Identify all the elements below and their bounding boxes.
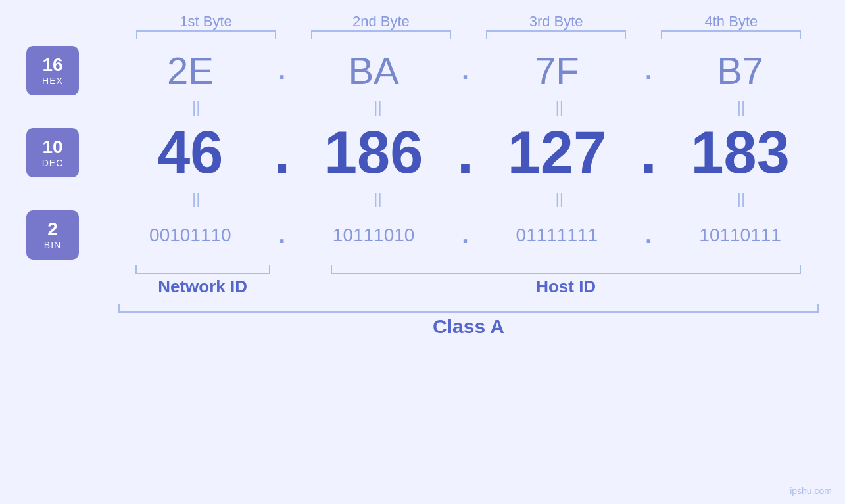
byte-header-2: 2nd Byte <box>293 13 468 30</box>
hex-byte-1: 2E <box>112 49 269 93</box>
bracket-line-1 <box>136 30 276 39</box>
bin-byte-1: 00101110 <box>112 225 269 246</box>
top-bracket-3 <box>469 30 644 39</box>
bracket-line-2 <box>311 30 451 39</box>
class-a-label: Class A <box>433 315 504 337</box>
bin-row: 2 BIN 00101110 . 10111010 . 01111111 . 1… <box>26 210 819 260</box>
eq1-dot2 <box>456 98 482 116</box>
eq1-b2: || <box>300 98 455 116</box>
bin-badge-num: 2 <box>47 219 58 240</box>
dec-badge: 10 DEC <box>26 128 79 177</box>
bottom-label-row: Network ID Host ID <box>26 277 819 297</box>
network-id-label: Network ID <box>118 277 287 297</box>
bin-values: 00101110 . 10111010 . 01111111 . 1011011… <box>112 221 819 249</box>
byte-header-3: 3rd Byte <box>469 13 644 30</box>
net-bracket-line <box>135 265 270 274</box>
hex-byte-4: B7 <box>662 49 819 93</box>
eq1-b4: || <box>664 98 819 116</box>
dec-badge-num: 10 <box>42 137 62 158</box>
dec-dot-3: . <box>635 119 662 187</box>
hex-label-col: 16 HEX <box>26 46 112 95</box>
dec-byte-2: 186 <box>295 119 452 187</box>
eq2-b3: || <box>482 189 637 208</box>
bin-byte-2: 10111010 <box>295 225 452 246</box>
hex-badge-sub: HEX <box>42 76 63 86</box>
hex-row: 16 HEX 2E . BA . 7F . B7 <box>26 46 819 95</box>
byte-headers-row: 1st Byte 2nd Byte 3rd Byte 4th Byte <box>26 13 819 30</box>
hex-badge: 16 HEX <box>26 46 79 95</box>
main-container: 1st Byte 2nd Byte 3rd Byte 4th Byte 16 H… <box>0 0 845 504</box>
net-bracket-wrap <box>118 265 287 274</box>
equals-row-2: || || || || <box>26 189 819 208</box>
eq2-b2: || <box>300 189 455 208</box>
bin-badge: 2 BIN <box>26 210 79 260</box>
dec-byte-3: 127 <box>479 119 636 187</box>
host-bracket-wrap <box>313 265 819 274</box>
class-bracket-row <box>26 304 819 313</box>
bin-dot-3: . <box>635 221 662 249</box>
bin-dot-2: . <box>452 221 479 249</box>
dec-label-col: 10 DEC <box>26 128 112 177</box>
host-id-label: Host ID <box>313 277 819 297</box>
top-bracket-4 <box>644 30 819 39</box>
eq2-dot1 <box>274 189 300 208</box>
hex-byte-2: BA <box>295 49 452 93</box>
hex-dot-1: . <box>269 57 295 85</box>
bracket-line-4 <box>661 30 801 39</box>
byte-header-4: 4th Byte <box>644 13 819 30</box>
bottom-bracket-row <box>26 265 819 274</box>
host-bracket-line <box>331 265 801 274</box>
eq1-b1: || <box>118 98 274 116</box>
bin-badge-sub: BIN <box>44 240 61 250</box>
dec-byte-4: 183 <box>662 119 819 187</box>
hex-dot-3: . <box>635 57 662 85</box>
eq2-b1: || <box>118 189 274 208</box>
hex-byte-3: 7F <box>479 49 636 93</box>
eq2-b4: || <box>664 189 819 208</box>
eq1-dot3 <box>637 98 664 116</box>
bin-label-col: 2 BIN <box>26 210 112 260</box>
watermark: ipshu.com <box>790 486 832 496</box>
hex-dot-2: . <box>452 57 479 85</box>
eq2-dot2 <box>456 189 482 208</box>
bracket-line-3 <box>486 30 626 39</box>
dec-byte-1: 46 <box>112 119 269 187</box>
dec-badge-sub: DEC <box>42 158 64 168</box>
eq1-dot1 <box>274 98 300 116</box>
bin-dot-1: . <box>269 221 295 249</box>
dec-dot-2: . <box>452 119 479 187</box>
top-bracket-1 <box>118 30 293 39</box>
bin-byte-3: 01111111 <box>479 225 636 246</box>
hex-values: 2E . BA . 7F . B7 <box>112 49 819 93</box>
bracket-spacer-1 <box>287 265 313 274</box>
bin-byte-4: 10110111 <box>662 225 819 246</box>
class-bracket-line <box>118 304 819 313</box>
top-bracket-row <box>26 30 819 39</box>
class-label-row: Class A <box>26 315 819 338</box>
eq2-dot3 <box>637 189 664 208</box>
dec-values: 46 . 186 . 127 . 183 <box>112 119 819 187</box>
label-spacer <box>287 277 313 297</box>
equals-row-1: || || || || <box>26 98 819 116</box>
eq1-b3: || <box>482 98 637 116</box>
hex-badge-num: 16 <box>42 55 62 76</box>
top-bracket-2 <box>293 30 468 39</box>
dec-dot-1: . <box>269 119 295 187</box>
dec-row: 10 DEC 46 . 186 . 127 . 183 <box>26 119 819 187</box>
byte-header-1: 1st Byte <box>118 13 293 30</box>
